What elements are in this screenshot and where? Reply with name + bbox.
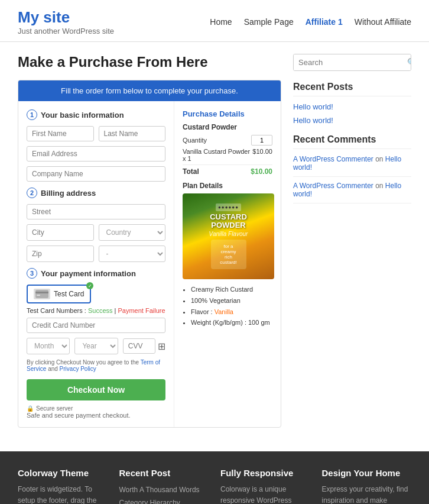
recent-post-2[interactable]: Hello world! <box>293 116 411 125</box>
footer-grid: Colorway Theme Footer is widgetized. To … <box>18 468 411 504</box>
country2-select[interactable]: - <box>99 245 166 262</box>
city-input[interactable] <box>27 224 94 241</box>
plan-title: Plan Details <box>183 182 272 190</box>
section1-num: 1 <box>27 109 37 120</box>
feature-2: 100% Vegetarian <box>191 295 272 306</box>
qty-row: Quantity <box>183 135 272 146</box>
site-title: My site <box>18 8 114 27</box>
check-badge-icon: ✓ <box>86 282 93 289</box>
feature-4: Weight (Kg/lb/gm) : 100 gm <box>191 317 272 328</box>
footer-col1-text: Footer is widgetized. To setup the foote… <box>18 484 108 504</box>
nav-sample-page[interactable]: Sample Page <box>244 17 294 27</box>
site-footer: Colorway Theme Footer is widgetized. To … <box>0 451 429 504</box>
order-form-body: 1 Your basic information <box>18 101 281 427</box>
email-input[interactable] <box>27 146 165 161</box>
footer-col3-title: Fully Responsive <box>220 468 310 478</box>
checkout-button[interactable]: Checkout Now <box>27 379 165 400</box>
search-input[interactable] <box>294 54 402 70</box>
section3-num: 3 <box>27 268 37 279</box>
card-icon <box>34 289 50 299</box>
credit-card-input[interactable] <box>27 318 165 333</box>
failure-link[interactable]: Payment Failure <box>118 307 165 314</box>
terms-text: By clicking Checkout Now you agree to th… <box>27 359 165 372</box>
nav-home[interactable]: Home <box>210 17 232 27</box>
item-label: Vanilla Custard Powder x 1 <box>183 148 252 162</box>
footer-col2-link2[interactable]: Category Hierarchy <box>119 497 209 504</box>
test-card-label: Test Card <box>54 290 84 298</box>
recent-comments-title: Recent Comments <box>293 134 411 149</box>
street-input[interactable] <box>27 204 165 219</box>
name-row <box>27 126 165 141</box>
comment-author-1[interactable]: A WordPress Commenter <box>293 155 373 163</box>
cvv-icon: ⊞ <box>158 341 165 352</box>
content-area: Make a Purchase From Here Fill the order… <box>18 54 281 428</box>
search-box: 🔍 <box>293 54 411 71</box>
zip-input[interactable] <box>27 245 94 262</box>
section3-label: Your payment information <box>41 269 136 278</box>
main-nav: Home Sample Page Affiliate 1 Without Aff… <box>210 17 411 27</box>
footer-col4-title: Design Your Home <box>322 468 412 478</box>
product-image-title: CUSTARDPOWDER <box>210 213 247 230</box>
footer-col-2: Recent Post Worth A Thousand Words Categ… <box>119 468 209 504</box>
success-link[interactable]: Success <box>88 307 113 314</box>
lock-icon: 🔒 <box>27 405 34 412</box>
main-content: Make a Purchase From Here Fill the order… <box>0 42 429 440</box>
total-price: $10.00 <box>251 167 272 176</box>
city-country-row: Country <box>27 224 165 241</box>
item-price: $10.00 <box>252 148 272 162</box>
total-row: Total $10.00 <box>183 164 272 176</box>
section1-title: 1 Your basic information <box>27 109 165 120</box>
recent-posts-title: Recent Posts <box>293 82 411 96</box>
last-name-input[interactable] <box>99 126 166 141</box>
test-card-text: Test Card Numbers : Success | Payment Fa… <box>27 307 165 314</box>
year-select[interactable]: Year <box>74 338 118 354</box>
product-details: Creamy Rich Custard 100% Vegetarian Flav… <box>183 284 272 328</box>
site-header: My site Just another WordPress site Home… <box>0 0 429 42</box>
quantity-input[interactable] <box>251 135 272 146</box>
feature-1: Creamy Rich Custard <box>191 284 272 295</box>
order-box: Fill the order form below to complete yo… <box>18 80 281 428</box>
first-name-input[interactable] <box>27 126 94 141</box>
nav-without-affiliate[interactable]: Without Affiliate <box>355 17 411 27</box>
footer-col-3: Fully Responsive Colorway is a unique re… <box>220 468 310 504</box>
payment-card[interactable]: ✓ Test Card <box>27 285 91 303</box>
section2-title: 2 Billing address <box>27 188 165 198</box>
month-year-cvv-row: Month Year ⊞ <box>27 338 165 354</box>
page-title: Make a Purchase From Here <box>18 54 281 70</box>
section2-label: Billing address <box>41 189 96 198</box>
cvv-input[interactable] <box>123 338 155 354</box>
svg-rect-1 <box>35 292 48 293</box>
nav-affiliate1[interactable]: Affiliate 1 <box>306 17 343 27</box>
order-box-header: Fill the order form below to complete yo… <box>18 80 281 101</box>
quantity-label: Quantity <box>183 137 207 144</box>
product-image: ●●●●●● CUSTARDPOWDER Vanilla Flavour for… <box>183 193 274 279</box>
search-button[interactable]: 🔍 <box>402 54 411 70</box>
section1-label: Your basic information <box>41 111 124 119</box>
footer-col-4: Design Your Home Express your creativity… <box>322 468 412 504</box>
purchase-title: Purchase Details <box>183 109 272 118</box>
cc-row <box>27 318 165 333</box>
form-left: 1 Your basic information <box>18 101 174 427</box>
feature-3: Flavor : Vanilla <box>191 306 272 318</box>
section2-num: 2 <box>27 188 37 198</box>
privacy-link[interactable]: Privacy Policy <box>60 366 96 372</box>
month-select[interactable]: Month <box>27 338 70 354</box>
country-select[interactable]: Country <box>99 224 166 241</box>
email-row <box>27 146 165 161</box>
secure-desc: Safe and secure payment checkout. <box>27 412 165 419</box>
company-row <box>27 166 165 182</box>
footer-col2-link1[interactable]: Worth A Thousand Words <box>119 484 209 497</box>
footer-col3-text: Colorway is a unique responsive WordPres… <box>220 484 310 504</box>
company-input[interactable] <box>27 166 165 182</box>
site-tagline: Just another WordPress site <box>18 27 114 35</box>
svg-rect-0 <box>35 290 48 298</box>
price-row: Vanilla Custard Powder x 1 $10.00 <box>183 148 272 162</box>
sidebar: 🔍 Recent Posts Hello world! Hello world!… <box>293 54 411 428</box>
recent-post-1[interactable]: Hello world! <box>293 102 411 111</box>
section3-title: 3 Your payment information <box>27 268 165 279</box>
street-row <box>27 204 165 219</box>
comment-author-2[interactable]: A WordPress Commenter <box>293 182 373 190</box>
secure-server-text: Secure server <box>36 405 73 412</box>
site-branding: My site Just another WordPress site <box>18 8 114 35</box>
comment-1: A WordPress Commenter on Hello world! <box>293 155 411 177</box>
